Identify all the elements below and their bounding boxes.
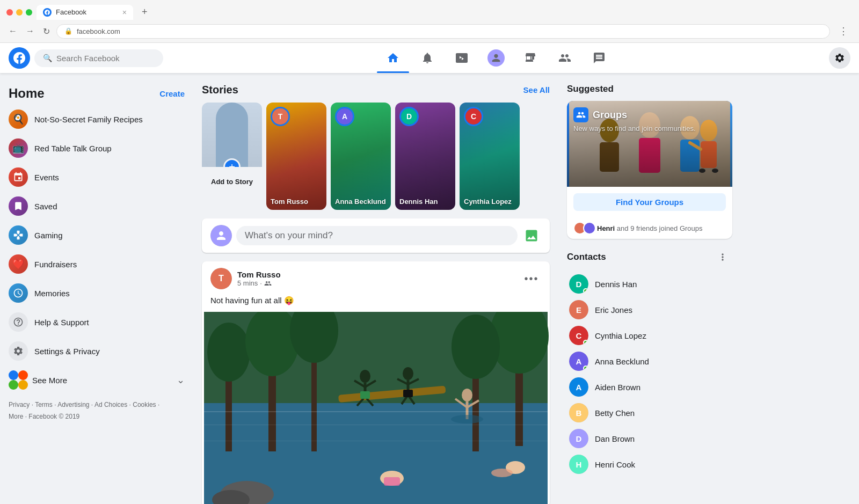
browser-menu-button[interactable]: ⋮ — [834, 23, 853, 39]
contact-item-betty[interactable]: B Betty Chen — [567, 400, 732, 426]
nav-profile-button[interactable] — [480, 43, 512, 73]
svg-point-26 — [403, 367, 413, 380]
facebook-logo[interactable] — [9, 47, 30, 69]
new-tab-button[interactable]: + — [137, 4, 152, 20]
tab-title: Facebook — [56, 8, 86, 16]
gamepad-icon — [13, 230, 24, 240]
sidebar-item-fundraisers[interactable]: ❤️ Fundraisers — [4, 250, 189, 278]
contacts-options-icon — [717, 252, 728, 262]
sidebar-item-help[interactable]: Help & Support — [4, 308, 189, 336]
contact-name-dennis: Dennis Han — [595, 280, 637, 289]
contacts-more-button[interactable] — [713, 247, 732, 267]
browser-dots — [6, 9, 32, 16]
groups-card-subtitle: New ways to find and join communities. — [573, 125, 696, 133]
story-avatar-dennis: D — [399, 107, 419, 126]
sidebar-item-saved[interactable]: Saved — [4, 192, 189, 220]
create-button[interactable]: Create — [159, 89, 185, 98]
sidebar-item-red-table[interactable]: 📺 Red Table Talk Group — [4, 134, 189, 162]
bell-icon — [421, 52, 434, 64]
contact-item-eric[interactable]: E Eric Jones — [567, 297, 732, 323]
chevron-down-icon: ⌄ — [177, 374, 185, 386]
nav-home-button[interactable] — [377, 43, 409, 73]
post-creation-box[interactable]: What's on your mind? — [202, 218, 550, 253]
search-bar[interactable]: 🔍 — [34, 49, 163, 67]
story-name-anna: Anna Becklund — [335, 198, 387, 206]
footer-privacy-link[interactable]: Privacy — [9, 401, 30, 408]
refresh-button[interactable]: ↻ — [41, 24, 52, 39]
story-avatar-tom: T — [271, 107, 290, 126]
groups-card-title-overlay: Groups New ways to find and join communi… — [573, 107, 696, 133]
maximize-dot[interactable] — [26, 9, 32, 16]
url-bar[interactable]: 🔒 facebook.com — [56, 24, 830, 39]
messenger-icon — [593, 52, 606, 64]
contact-item-anna[interactable]: A Anna Becklund — [567, 348, 732, 374]
post-text-input[interactable]: What's on your mind? — [236, 226, 518, 245]
add-story-card[interactable]: + Add to Story — [202, 103, 262, 210]
minimize-dot[interactable] — [16, 9, 23, 16]
store-icon — [524, 52, 537, 64]
nav-marketplace-button[interactable] — [514, 43, 547, 73]
tab-favicon — [43, 8, 52, 17]
nav-messenger-button[interactable] — [583, 43, 615, 73]
contact-initials-aiden: A — [569, 377, 588, 397]
svg-rect-32 — [403, 390, 413, 397]
forward-button[interactable]: → — [24, 24, 37, 38]
back-button[interactable]: ← — [6, 24, 19, 38]
contact-item-aiden[interactable]: A Aiden Brown — [567, 374, 732, 400]
contact-item-dennis[interactable]: D Dennis Han — [567, 271, 732, 297]
sidebar-item-see-more[interactable]: See More ⌄ — [4, 366, 189, 394]
story-card-cynthia[interactable]: C Cynthia Lopez — [460, 103, 520, 210]
story-avatar-anna: A — [335, 107, 354, 126]
photo-video-icon — [524, 228, 539, 243]
stories-title: Stories — [202, 84, 238, 96]
browser-tab[interactable]: Facebook × — [37, 5, 133, 20]
svg-point-2 — [9, 380, 18, 390]
footer-cookies-link[interactable]: Cookies — [133, 401, 156, 408]
settings-button[interactable] — [829, 47, 850, 69]
contact-item-dan[interactable]: D Dan Brown — [567, 426, 732, 451]
facebook-app: 🔍 — [0, 43, 859, 504]
footer-more-link[interactable]: More — [9, 413, 23, 420]
stories-see-all-button[interactable]: See All — [523, 85, 550, 94]
contact-item-henri[interactable]: H Henri Cook — [567, 451, 732, 477]
sidebar-item-memories[interactable]: Memories — [4, 279, 189, 307]
settings-sidebar-icon — [9, 341, 28, 361]
contact-name-henri: Henri Cook — [595, 460, 635, 469]
contact-name-dan: Dan Brown — [595, 434, 635, 443]
footer-terms-link[interactable]: Terms — [35, 401, 53, 408]
tab-close-button[interactable]: × — [122, 8, 127, 17]
stories-section: Stories See All + Add to Story — [202, 84, 550, 210]
contact-item-cynthia[interactable]: C Cynthia Lopez — [567, 323, 732, 348]
search-input[interactable] — [56, 54, 155, 63]
close-dot[interactable] — [6, 9, 13, 16]
settings-icon — [834, 53, 845, 63]
calendar-icon — [13, 172, 24, 182]
contact-avatar-betty: B — [569, 403, 588, 422]
story-card-tom[interactable]: T Tom Russo — [266, 103, 326, 210]
post-more-button[interactable]: ••• — [522, 269, 541, 288]
contact-avatar-anna: A — [569, 352, 588, 371]
sidebar-item-events[interactable]: Events — [4, 163, 189, 191]
footer-advertising-link[interactable]: Advertising — [57, 401, 89, 408]
nav-notifications-button[interactable] — [411, 43, 443, 73]
sidebar-item-recipes[interactable]: 🍳 Not-So-Secret Family Recipes — [4, 105, 189, 133]
facebook-tab-icon — [45, 10, 50, 15]
footer-ad-choices-link[interactable]: Ad Choices — [94, 401, 127, 408]
find-groups-button[interactable]: Find Your Groups — [573, 193, 726, 211]
story-avatar-initials-tom: T — [272, 108, 288, 125]
nav-watch-button[interactable] — [446, 43, 478, 73]
sidebar-item-settings[interactable]: Settings & Privacy — [4, 337, 189, 365]
sidebar-item-events-label: Events — [34, 173, 59, 182]
left-sidebar: Home Create 🍳 Not-So-Secret Family Recip… — [0, 73, 193, 504]
joined-text: Henri and 9 friends joined Groups — [597, 224, 703, 232]
question-icon — [13, 317, 24, 327]
post-lake-image — [202, 312, 550, 504]
profile-avatar-icon — [490, 52, 502, 64]
sidebar-item-gaming[interactable]: Gaming — [4, 221, 189, 249]
nav-groups-button[interactable] — [549, 43, 581, 73]
topnav-right — [829, 47, 850, 69]
post-image-button[interactable] — [522, 226, 541, 245]
story-card-anna[interactable]: A Anna Becklund — [331, 103, 391, 210]
story-card-dennis[interactable]: D Dennis Han — [395, 103, 455, 210]
right-panel: Suggested — [558, 73, 741, 504]
